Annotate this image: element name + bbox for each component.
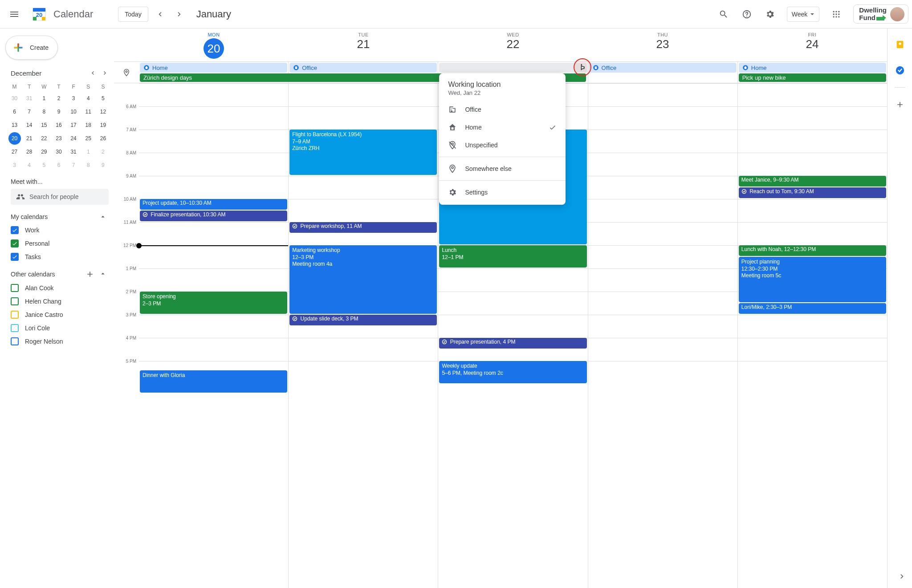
day-header[interactable]: WED22 xyxy=(438,28,588,61)
chevron-up-icon[interactable] xyxy=(99,213,107,221)
checkbox-icon[interactable] xyxy=(11,311,19,319)
calendar-toggle[interactable]: Janice Castro xyxy=(4,308,114,321)
avatar[interactable] xyxy=(890,7,904,21)
mini-day[interactable]: 18 xyxy=(82,119,94,131)
expand-panel-icon[interactable] xyxy=(898,572,907,581)
help-icon[interactable] xyxy=(738,5,756,23)
mini-day[interactable]: 6 xyxy=(8,105,21,118)
add-calendar-icon[interactable] xyxy=(86,270,94,279)
day-header[interactable]: MON20 xyxy=(139,28,289,61)
mini-day[interactable]: 2 xyxy=(97,146,109,158)
tasks-icon[interactable] xyxy=(891,61,909,79)
mini-day[interactable]: 31 xyxy=(67,146,80,158)
workspace-brand[interactable]: Dwelling Fund xyxy=(853,4,908,24)
day-column[interactable]: Flight to Barcelona (LX 1954)7–9 AMZüric… xyxy=(288,83,438,588)
calendar-event[interactable]: Project update, 10–10:30 AM xyxy=(140,199,287,210)
popover-option[interactable]: Home xyxy=(439,118,566,136)
mini-day[interactable]: 17 xyxy=(67,119,80,131)
mini-day[interactable]: 25 xyxy=(82,132,94,145)
mini-day[interactable]: 29 xyxy=(38,146,50,158)
mini-day[interactable]: 6 xyxy=(53,159,65,171)
day-column[interactable] xyxy=(588,83,737,588)
mini-day[interactable]: 4 xyxy=(82,92,94,105)
mini-day[interactable]: 10 xyxy=(67,105,80,118)
mini-day[interactable]: 3 xyxy=(8,159,21,171)
today-button[interactable]: Today xyxy=(118,7,148,22)
popover-option[interactable]: Unspecified xyxy=(439,136,566,154)
checkbox-icon[interactable] xyxy=(11,337,19,345)
mini-day[interactable]: 13 xyxy=(8,119,21,131)
day-column[interactable]: Meet Janice, 9–9:30 AM Reach out to Tom,… xyxy=(737,83,887,588)
mini-day[interactable]: 30 xyxy=(53,146,65,158)
mini-prev-button[interactable] xyxy=(87,68,98,78)
calendar-event[interactable]: Weekly update5–6 PM, Meeting room 2c xyxy=(439,361,586,383)
calendar-event[interactable]: Finalize presentation, 10:30 AM xyxy=(140,211,287,221)
location-chip[interactable]: Home xyxy=(140,63,287,73)
popover-settings[interactable]: Settings xyxy=(439,183,566,201)
day-header[interactable]: FRI24 xyxy=(737,28,887,61)
allday-event[interactable]: Pick up new bike xyxy=(739,73,886,82)
checkbox-icon[interactable] xyxy=(11,324,19,332)
search-icon[interactable] xyxy=(715,5,733,23)
mini-day[interactable]: 8 xyxy=(38,105,50,118)
checkbox-icon[interactable] xyxy=(11,226,19,234)
calendar-toggle[interactable]: Helen Chang xyxy=(4,295,114,308)
mini-day[interactable]: 3 xyxy=(67,92,80,105)
location-chip[interactable] xyxy=(439,63,586,73)
calendar-event[interactable]: Store opening2–3 PM xyxy=(140,292,287,314)
mini-day[interactable]: 24 xyxy=(67,132,80,145)
popover-somewhere-else[interactable]: Somewhere else xyxy=(439,160,566,178)
view-select[interactable]: Week xyxy=(787,7,820,22)
popover-option[interactable]: Office xyxy=(439,101,566,118)
prev-week-button[interactable] xyxy=(152,6,168,22)
calendar-toggle[interactable]: Lori Cole xyxy=(4,321,114,335)
checkbox-icon[interactable] xyxy=(11,297,19,305)
calendar-event[interactable]: Project planning12:30–2:30 PMMeeting roo… xyxy=(739,257,886,302)
allday-column[interactable]: HomePick up new bike xyxy=(737,62,887,83)
allday-column[interactable]: Office xyxy=(588,62,737,83)
calendar-toggle[interactable]: Personal xyxy=(4,237,114,250)
mini-day[interactable]: 16 xyxy=(53,119,65,131)
mini-day[interactable]: 7 xyxy=(67,159,80,171)
location-chip[interactable]: Office xyxy=(589,63,737,73)
mini-day[interactable]: 31 xyxy=(23,92,36,105)
mini-day[interactable]: 20 xyxy=(8,132,21,145)
keep-icon[interactable] xyxy=(891,36,909,53)
mini-day[interactable]: 2 xyxy=(53,92,65,105)
mini-day[interactable]: 30 xyxy=(8,92,21,105)
day-header[interactable]: THU23 xyxy=(588,28,737,61)
chevron-up-icon[interactable] xyxy=(99,270,107,278)
mini-day[interactable]: 12 xyxy=(97,105,109,118)
checkbox-icon[interactable] xyxy=(11,253,19,261)
apps-icon[interactable] xyxy=(827,5,845,23)
mini-next-button[interactable] xyxy=(100,68,110,78)
calendar-event[interactable]: Dinner with Gloria xyxy=(140,370,287,393)
calendar-event[interactable]: Lunch with Noah, 12–12:30 PM xyxy=(739,245,886,256)
mini-day[interactable]: 15 xyxy=(38,119,50,131)
calendar-event[interactable]: Prepare workshop, 11 AM xyxy=(289,222,437,233)
mini-day[interactable]: 27 xyxy=(8,146,21,158)
mini-day[interactable]: 14 xyxy=(23,119,36,131)
allday-column[interactable]: HomeZürich design days xyxy=(139,62,288,83)
calendar-event[interactable]: Prepare presentation, 4 PM xyxy=(439,338,586,349)
calendar-toggle[interactable]: Tasks xyxy=(4,250,114,264)
add-addon-icon[interactable] xyxy=(891,96,909,114)
mini-day[interactable]: 7 xyxy=(23,105,36,118)
mini-day[interactable]: 21 xyxy=(23,132,36,145)
settings-icon[interactable] xyxy=(761,5,779,23)
mini-day[interactable]: 4 xyxy=(23,159,36,171)
mini-day[interactable]: 5 xyxy=(38,159,50,171)
mini-day[interactable]: 1 xyxy=(82,146,94,158)
checkbox-icon[interactable] xyxy=(11,284,19,292)
calendar-toggle[interactable]: Work xyxy=(4,223,114,237)
calendar-event[interactable]: Flight to Barcelona (LX 1954)7–9 AMZüric… xyxy=(289,130,437,175)
calendar-toggle[interactable]: Alan Cook xyxy=(4,281,114,295)
mini-day[interactable]: 1 xyxy=(38,92,50,105)
calendar-event[interactable]: Meet Janice, 9–9:30 AM xyxy=(739,176,886,187)
calendar-event[interactable]: Marketing workshop12–3 PMMeeting room 4a xyxy=(289,245,437,314)
mini-day[interactable]: 9 xyxy=(97,159,109,171)
calendar-toggle[interactable]: Roger Nelson xyxy=(4,335,114,348)
mini-day[interactable]: 19 xyxy=(97,119,109,131)
location-chip[interactable]: Office xyxy=(289,63,437,73)
mini-day[interactable]: 23 xyxy=(53,132,65,145)
